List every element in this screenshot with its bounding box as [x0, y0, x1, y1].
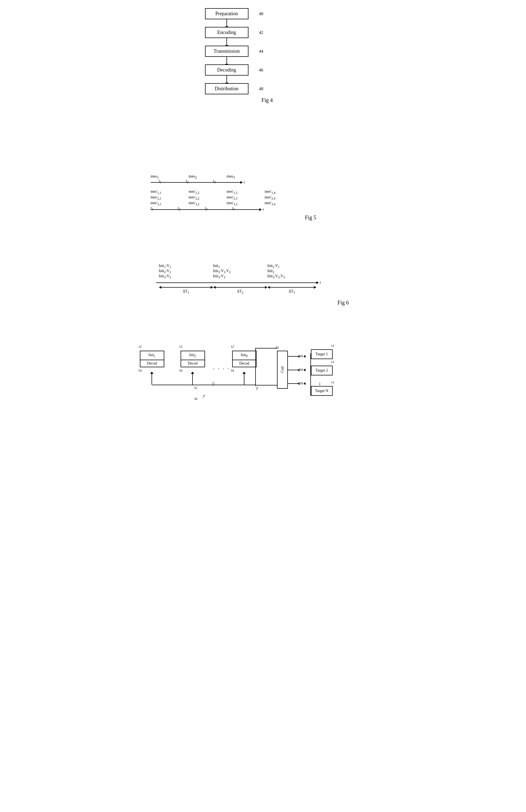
fig6-diagram: Init1:V1 Init2:V2 Init3:V3 Init1 Init2:V…	[148, 264, 352, 306]
cod-to-t1	[288, 356, 299, 357]
init1-block: 12 Init1 Decod 54	[140, 351, 164, 367]
t-label: T	[256, 387, 258, 391]
mes2-top: mes2	[189, 174, 227, 180]
label-40: 40	[259, 11, 264, 16]
fig5-diagram: mes1 mes2 mes3 t1 t2 t3 t mes'1,1 mes'1,…	[142, 174, 333, 221]
fig4-diagram: Preparation 40 Encoding 42 Transmission …	[172, 8, 281, 103]
fig6-label: Fig 6	[148, 300, 349, 306]
label-34: 34	[194, 397, 197, 401]
label-12-3: 12	[231, 345, 234, 349]
fig6-col2-r3: Init3:V3	[213, 274, 268, 279]
label-44: 44	[259, 49, 264, 54]
double-slash: //	[211, 380, 215, 387]
mes-prime-11: mes'1,1	[151, 189, 189, 194]
curved-arrow: ↑	[201, 393, 207, 400]
fig7-diagram: 12 Init1 Decod 54 12 Init2 Decod 54 . . …	[134, 334, 394, 406]
fig4-label: Fig 4	[172, 97, 273, 103]
horiz-to-cod-bot	[255, 385, 277, 386]
arrow-up-1	[151, 374, 152, 385]
fig6-col3-r2: Init2	[268, 269, 322, 274]
targetN-box: Target N	[311, 386, 333, 396]
mes-prime-23: mes'2,3	[227, 195, 265, 200]
fig6-col1-r3: Init3:V3	[159, 274, 213, 279]
preparation-box: Preparation	[205, 8, 249, 19]
m-arrow-3: M	[297, 381, 306, 386]
m-arrow-1: M	[297, 354, 306, 358]
label-42: 42	[259, 30, 264, 35]
mes-prime-21: mes'2,1	[151, 195, 189, 200]
label-54-3: 54	[231, 368, 234, 373]
label-46: 46	[259, 68, 264, 73]
arrow-up-2	[192, 374, 193, 385]
label-12-1: 12	[138, 345, 142, 349]
mes-prime-24: mes'2,4	[265, 195, 303, 200]
mes-prime-12: mes'1,2	[189, 189, 227, 194]
decoding-box: Decoding	[205, 64, 249, 76]
initP-block: 12 InitP Decod 54	[232, 351, 257, 367]
mes1-top: mes1	[151, 174, 189, 180]
init2-label: Init2	[181, 351, 205, 360]
target1-box: Target 1	[311, 349, 333, 359]
encoding-box: Encoding	[205, 27, 249, 38]
label-48: 48	[259, 86, 264, 91]
label-14-1: 14	[331, 344, 334, 347]
fig6-col2-r1: Init1	[213, 264, 268, 269]
target1-block: 14 Target 1	[311, 349, 333, 359]
label-54-1: 54	[138, 368, 142, 373]
mes-prime-31: mes'3,1	[151, 201, 189, 206]
mes-prime-14: mes'1,4	[265, 189, 303, 194]
fig5-label: Fig 5	[142, 215, 316, 221]
m-arrow-2: M	[297, 368, 306, 372]
target2-block: 14 Target 2	[311, 366, 333, 375]
delta-t3: ΔT3	[289, 289, 295, 294]
label-54-2: 54	[179, 368, 182, 373]
mes-prime-32: mes'3,2	[189, 201, 227, 206]
decod1-label: Decod	[140, 360, 164, 367]
ellipsis: . . . .	[213, 364, 230, 371]
label-52: 52	[194, 386, 197, 390]
label-50: 50	[276, 346, 279, 350]
mes3-top: mes3	[227, 174, 265, 180]
transmission-box: Transmission	[205, 46, 249, 57]
init2-block: 12 Init2 Decod 54	[181, 351, 205, 367]
cod-label: Cod	[280, 366, 285, 373]
init1-label: Init1	[140, 351, 164, 360]
vert-line-right	[255, 348, 256, 386]
delta-t2: ΔT2	[237, 289, 243, 294]
label-12-2: 12	[179, 345, 182, 349]
decod2-label: Decod	[181, 360, 205, 367]
targetN-block: 14 Target N	[311, 386, 333, 396]
initP-label: InitP	[233, 351, 256, 360]
distribution-box: Distribution	[205, 83, 249, 94]
mes-prime-13: mes'1,3	[227, 189, 265, 194]
target2-box: Target 2	[311, 366, 333, 375]
decodP-label: Decod	[233, 360, 256, 367]
label-14-3: 14	[331, 381, 334, 384]
horiz-to-cod	[255, 348, 277, 348]
fig6-col2-r2: Init2:V1,V2	[213, 269, 268, 274]
label-14-2: 14	[331, 360, 334, 363]
arrow-up-3	[244, 374, 244, 385]
bottom-line	[152, 385, 255, 385]
mes-prime-33: mes'3,3	[227, 201, 265, 206]
mes-prime-34: mes'3,4	[265, 201, 303, 206]
fig6-col3-r3: Init3:V2,V3	[268, 274, 322, 279]
fig6-col1-r2: Init2:V2	[159, 269, 213, 274]
vert-target-line	[311, 353, 311, 395]
cod-to-t2	[288, 370, 299, 370]
fig6-col3-r1: Init1:V1	[268, 264, 322, 269]
delta-t1: ΔT1	[183, 289, 189, 294]
fig6-col1-r1: Init1:V1	[159, 264, 213, 269]
cod-to-tN	[288, 383, 299, 384]
mes-prime-22: mes'2,2	[189, 195, 227, 200]
cod-box: Cod	[277, 351, 288, 389]
